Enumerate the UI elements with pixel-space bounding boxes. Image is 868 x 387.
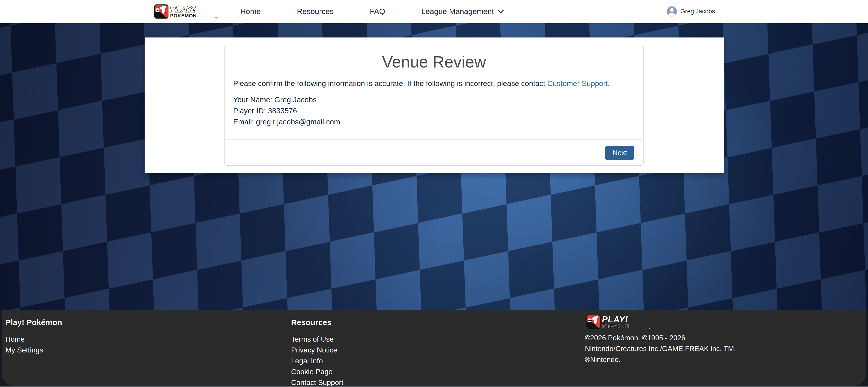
footer-link-contact-support[interactable]: Contact Support	[291, 377, 577, 387]
customer-support-link[interactable]: Customer Support	[547, 79, 608, 88]
footer-column-play-pokemon: Play! Pokémon Home My Settings	[5, 314, 291, 386]
header-container: PLAY! POKÉMON. TM Home Resources FAQ Lea…	[145, 0, 724, 23]
footer-heading-resources: Resources	[291, 318, 577, 327]
confirm-instructions: Please confirm the following information…	[233, 78, 635, 89]
footer-link-cookie-page[interactable]: Cookie Page	[291, 366, 577, 377]
footer-link-legal-info[interactable]: Legal Info	[291, 355, 577, 366]
logo-play-text: PLAY!	[170, 4, 196, 14]
footer-link-terms-of-use[interactable]: Terms of Use	[291, 334, 577, 345]
user-name: Greg Jacobs	[680, 8, 715, 15]
footer-link-home[interactable]: Home	[5, 334, 291, 345]
venue-review-card-body: Venue Review Please confirm the followin…	[224, 46, 644, 127]
logo-tm-text: TM	[215, 17, 218, 19]
footer-logo-tm-text: TM	[648, 327, 650, 329]
copyright-line-1: ©2026 Pokémon. ©1995 - 2026	[585, 332, 863, 343]
play-pokemon-logo-icon: PLAY! POKÉMON. TM	[153, 4, 220, 19]
user-menu[interactable]: Greg Jacobs	[667, 6, 715, 17]
nav-item-faq[interactable]: FAQ	[370, 7, 385, 16]
next-button[interactable]: Next	[605, 146, 634, 160]
confirm-instructions-suffix: .	[608, 79, 610, 88]
footer-play-pokemon-logo-icon: PLAY! POKÉMON. TM	[585, 314, 653, 329]
main-nav: Home Resources FAQ League Management	[240, 7, 504, 16]
player-id-label: Player ID:	[233, 106, 266, 115]
player-info-block: Your Name: Greg Jacobs Player ID: 383357…	[233, 94, 635, 127]
player-name-label: Your Name:	[233, 96, 272, 104]
footer-links-play-pokemon: Home My Settings	[5, 334, 291, 355]
logo-pokemon-text: POKÉMON.	[170, 13, 198, 19]
top-nav-bar: PLAY! POKÉMON. TM Home Resources FAQ Lea…	[0, 0, 868, 23]
card-footer: Next	[224, 139, 644, 165]
player-email-value: greg.r.jacobs@gmail.com	[256, 118, 340, 126]
player-name-value: Greg Jacobs	[274, 96, 316, 104]
footer-column-brand: PLAY! POKÉMON. TM ©2026 Pokémon. ©1995 -…	[577, 314, 863, 386]
player-name-row: Your Name: Greg Jacobs	[233, 94, 635, 105]
nav-item-league-management-label: League Management	[421, 7, 494, 16]
copyright-line-2: Nintendo/Creatures Inc./GAME FREAK inc. …	[585, 343, 863, 354]
footer-heading-play-pokemon: Play! Pokémon	[5, 318, 291, 327]
confirm-instructions-prefix: Please confirm the following information…	[233, 79, 547, 88]
footer-logo-pokemon-text: POKÉMON.	[602, 323, 630, 329]
copyright-text: ©2026 Pokémon. ©1995 - 2026 Nintendo/Cre…	[585, 332, 863, 365]
footer-link-my-settings[interactable]: My Settings	[5, 345, 291, 355]
copyright-line-3: ®Nintendo.	[585, 354, 863, 365]
page-title: Venue Review	[233, 52, 635, 72]
chevron-down-icon	[497, 9, 504, 13]
player-id-row: Player ID: 3833576	[233, 105, 635, 116]
checkered-background: Venue Review Please confirm the followin…	[0, 23, 868, 310]
content-container: Venue Review Please confirm the followin…	[145, 37, 724, 173]
page-footer: Play! Pokémon Home My Settings Resources…	[0, 310, 868, 387]
user-avatar-icon	[667, 6, 677, 17]
play-pokemon-logo[interactable]: PLAY! POKÉMON. TM	[153, 4, 220, 19]
nav-item-league-management[interactable]: League Management	[421, 7, 504, 16]
nav-item-resources[interactable]: Resources	[297, 7, 334, 16]
player-email-row: Email: greg.r.jacobs@gmail.com	[233, 116, 635, 127]
footer-panel: Play! Pokémon Home My Settings Resources…	[2, 310, 866, 386]
footer-links-resources: Terms of Use Privacy Notice Legal Info C…	[291, 334, 577, 387]
venue-review-card: Venue Review Please confirm the followin…	[224, 46, 644, 166]
player-id-value: 3833576	[268, 106, 297, 115]
footer-link-privacy-notice[interactable]: Privacy Notice	[291, 345, 577, 355]
footer-logo-play-text: PLAY!	[602, 315, 628, 324]
nav-item-home[interactable]: Home	[240, 7, 261, 16]
footer-column-resources: Resources Terms of Use Privacy Notice Le…	[291, 314, 577, 386]
player-email-label: Email:	[233, 118, 254, 126]
